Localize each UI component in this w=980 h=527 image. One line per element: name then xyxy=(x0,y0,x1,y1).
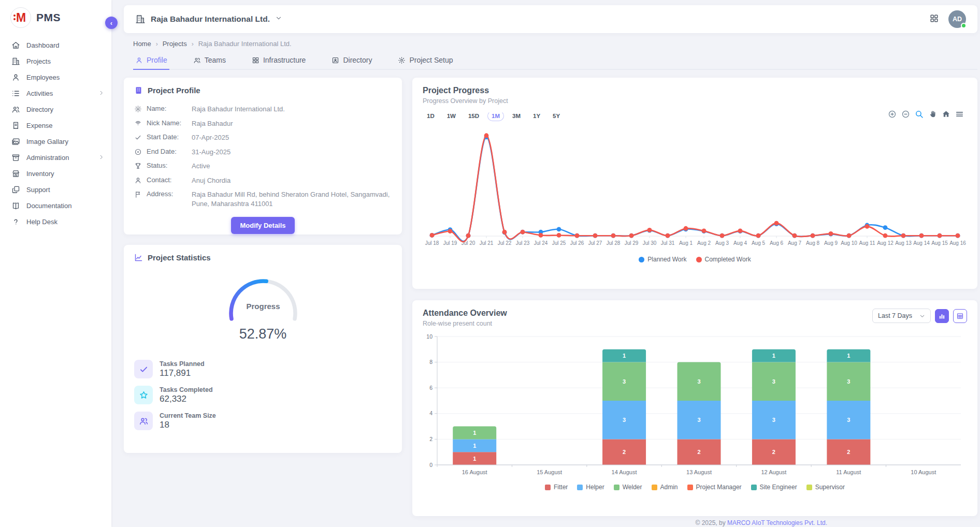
copy-icon xyxy=(11,185,20,194)
legend-item[interactable]: Admin xyxy=(652,484,678,491)
legend-marker xyxy=(614,485,619,490)
logo-m-letter: M xyxy=(16,11,25,25)
legend-marker xyxy=(652,485,657,490)
sidebar-collapse-button[interactable]: ‹ xyxy=(105,17,118,29)
svg-text:Jul 19: Jul 19 xyxy=(443,240,457,246)
sidebar-item-support[interactable]: Support xyxy=(0,182,111,198)
sidebar-item-administration[interactable]: Administration xyxy=(0,150,111,166)
sidebar-item-activities[interactable]: Activities xyxy=(0,85,111,101)
field-label: End Date: xyxy=(147,148,187,155)
tab-directory[interactable]: Directory xyxy=(329,53,374,69)
legend-item[interactable]: Site Engineer xyxy=(751,484,797,491)
tab-profile[interactable]: Profile xyxy=(133,53,169,70)
range-1m[interactable]: 1M xyxy=(487,111,504,121)
legend-item[interactable]: Planned Work xyxy=(639,256,686,263)
breadcrumb-projects[interactable]: Projects xyxy=(163,40,187,48)
sidebar-item-directory[interactable]: Directory xyxy=(0,101,111,118)
footer-company-link[interactable]: MARCO AIoT Technologies Pvt. Ltd. xyxy=(727,519,827,526)
topbar-right: AD xyxy=(929,10,966,28)
pan-hand-icon[interactable] xyxy=(928,110,937,119)
menu-icon[interactable] xyxy=(955,110,964,119)
modify-details-button[interactable]: Modify Details xyxy=(231,217,294,234)
sidebar-item-documentation[interactable]: Documentation xyxy=(0,198,111,214)
field-contact: Contact: Anuj Chordia xyxy=(134,173,392,188)
progress-line-chart[interactable]: Jul 18Jul 19Jul 20Jul 21Jul 22Jul 23Jul … xyxy=(423,124,967,255)
field-name: Name: Raja Bahadur International Ltd. xyxy=(134,102,392,116)
legend-item[interactable]: Fitter xyxy=(545,484,568,491)
range-1y[interactable]: 1Y xyxy=(529,111,544,121)
field-value: Anuj Chordia xyxy=(192,176,230,185)
svg-text:13 August: 13 August xyxy=(686,469,712,475)
chart-view-toggle[interactable] xyxy=(935,309,949,323)
svg-text:4: 4 xyxy=(429,410,433,416)
home-icon xyxy=(11,41,20,50)
sidebar-item-expense[interactable]: Expense xyxy=(0,118,111,134)
attendance-bar-chart[interactable]: 024681016 August11115 August14 August233… xyxy=(423,332,967,482)
legend-item[interactable]: Project Manager xyxy=(687,484,742,491)
stat-label: Current Team Size xyxy=(160,412,216,419)
field-label: Name: xyxy=(147,105,187,112)
legend-item[interactable]: Completed Work xyxy=(696,256,751,263)
svg-text:Aug 13: Aug 13 xyxy=(895,240,912,246)
breadcrumb-home[interactable]: Home xyxy=(133,40,151,48)
attendance-range-select[interactable]: Last 7 Days xyxy=(872,309,931,323)
archive-box-icon xyxy=(11,153,20,162)
tab-teams[interactable]: Teams xyxy=(191,53,228,69)
sidebar-item-projects[interactable]: Projects xyxy=(0,53,111,69)
legend-item[interactable]: Supervisor xyxy=(806,484,845,491)
selection-zoom-icon[interactable] xyxy=(915,110,924,119)
sidebar-item-inventory[interactable]: Inventory xyxy=(0,166,111,182)
sidebar-item-label: Employees xyxy=(26,74,60,81)
tab-label: Profile xyxy=(147,56,167,64)
tab-infrastructure[interactable]: Infrastructure xyxy=(250,53,308,69)
home-icon[interactable] xyxy=(942,110,950,119)
sidebar-item-employees[interactable]: Employees xyxy=(0,69,111,85)
apps-grid-icon[interactable] xyxy=(929,13,939,25)
project-profile-icon xyxy=(134,86,143,95)
attendance-header: Attendance Overview Role-wise present co… xyxy=(423,309,967,327)
field-label: Contact: xyxy=(147,176,187,184)
sidebar-item-help-desk[interactable]: Help Desk xyxy=(0,214,111,230)
company-selector[interactable]: Raja Bahadur International Ltd. xyxy=(135,14,282,24)
sidebar-item-label: Documentation xyxy=(26,202,71,210)
people-icon xyxy=(193,56,201,64)
breadcrumb-separator: › xyxy=(192,40,194,48)
svg-text:2: 2 xyxy=(772,449,775,455)
legend-item[interactable]: Welder xyxy=(614,484,642,491)
svg-text:Jul 31: Jul 31 xyxy=(661,240,675,246)
person-icon xyxy=(135,56,143,64)
table-view-toggle[interactable] xyxy=(953,309,967,323)
legend-label: Planned Work xyxy=(647,256,686,263)
stat-list: Tasks Planned 117,891 Tasks Completed 62… xyxy=(134,360,392,430)
range-15d[interactable]: 15D xyxy=(464,111,483,121)
sidebar-item-label: Image Gallary xyxy=(26,138,68,145)
sidebar-item-dashboard[interactable]: Dashboard xyxy=(0,37,111,53)
chevron-down-icon xyxy=(275,14,282,24)
sidebar-item-image-gallery[interactable]: Image Gallary xyxy=(0,134,111,150)
range-1w[interactable]: 1W xyxy=(443,111,460,121)
range-5y[interactable]: 5Y xyxy=(549,111,564,121)
footer: © 2025, by MARCO AIoT Technologies Pvt. … xyxy=(124,516,977,526)
legend-label: Site Engineer xyxy=(760,484,797,491)
legend-marker xyxy=(687,485,693,490)
svg-text:Jul 28: Jul 28 xyxy=(607,240,621,246)
legend-item[interactable]: Helper xyxy=(577,484,604,491)
brand-logo[interactable]: M PMS xyxy=(0,0,111,33)
zoom-out-icon[interactable] xyxy=(901,110,910,119)
avatar[interactable]: AD xyxy=(948,10,966,28)
profile-fields: Name: Raja Bahadur International Ltd. Ni… xyxy=(134,102,392,211)
svg-text:Aug 12: Aug 12 xyxy=(877,240,893,246)
svg-text:12 August: 12 August xyxy=(761,469,786,475)
svg-text:Jul 25: Jul 25 xyxy=(552,240,566,246)
range-1d[interactable]: 1D xyxy=(423,111,439,121)
receipt-icon xyxy=(11,121,20,130)
legend-marker xyxy=(696,257,702,262)
tab-project-setup[interactable]: Project Setup xyxy=(396,53,455,69)
people-icon xyxy=(11,105,20,114)
range-3m[interactable]: 3M xyxy=(508,111,525,121)
range-selector: 1D 1W 15D 1M 3M 1Y 5Y xyxy=(423,111,967,121)
field-status: Status: Active xyxy=(134,159,392,173)
svg-text:Jul 18: Jul 18 xyxy=(425,240,439,246)
legend-label: Fitter xyxy=(554,484,568,491)
zoom-in-icon[interactable] xyxy=(888,110,897,119)
